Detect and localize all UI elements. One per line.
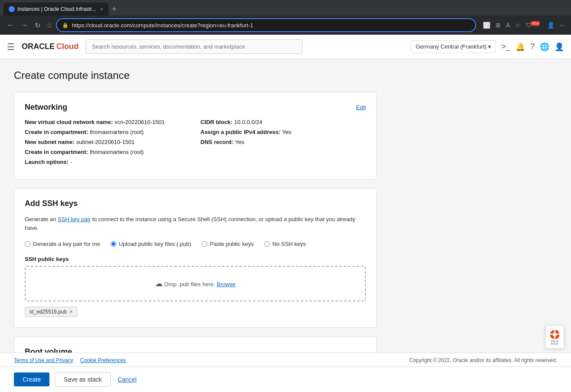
radio-nossh-label: No SSH keys bbox=[272, 241, 306, 247]
oracle-logo: ORACLE Cloud bbox=[22, 42, 79, 51]
header-right: Germany Central (Frankfurt) ▾ >_ 🔔 ? 🌐 👤 bbox=[411, 40, 564, 53]
compartment2-label: Create in compartment: bbox=[25, 149, 88, 155]
refresh-btn[interactable]: ↻ bbox=[32, 20, 43, 31]
footer-links: Terms of Use and Privacy Cookie Preferen… bbox=[14, 357, 126, 363]
content-wrapper: Create compute instance Networking Edit … bbox=[0, 59, 571, 369]
globe-icon[interactable]: 🌐 bbox=[540, 42, 549, 52]
compartment-value: thomasmartens (root) bbox=[90, 129, 144, 135]
ipv4-label: Assign a public IPv4 address: bbox=[200, 129, 280, 135]
networking-edit-link[interactable]: Edit bbox=[356, 104, 366, 111]
chevron-down-icon: ▾ bbox=[488, 43, 491, 50]
cidr-value: 10.0.0.0/24 bbox=[234, 119, 263, 125]
file-drop-zone[interactable]: ☁ Drop .pub files here. Browse bbox=[25, 266, 366, 301]
radio-upload[interactable]: Upload public key files (.pub) bbox=[111, 241, 191, 247]
ssh-key-pair-link[interactable]: SSH key pair bbox=[58, 216, 91, 222]
region-selector[interactable]: Germany Central (Frankfurt) ▾ bbox=[411, 40, 496, 53]
ipv4-row: Assign a public IPv4 address: Yes bbox=[200, 129, 366, 135]
radio-generate-input[interactable] bbox=[25, 241, 30, 247]
url-text: https://cloud.oracle.com/compute/instanc… bbox=[72, 22, 470, 29]
file-tag-name: id_ed25519.pub bbox=[30, 309, 67, 315]
address-bar[interactable]: 🔒 https://cloud.oracle.com/compute/insta… bbox=[56, 18, 476, 32]
ipv4-value: Yes bbox=[282, 129, 291, 135]
cidr-row: CIDR block: 10.0.0.0/24 bbox=[200, 119, 366, 125]
terms-link[interactable]: Terms of Use and Privacy bbox=[14, 357, 73, 363]
compartment-label: Create in compartment: bbox=[25, 129, 88, 135]
vcn-label: New virtual cloud network name: bbox=[25, 119, 113, 125]
ext-badge-icon[interactable]: 🛡454 bbox=[524, 20, 544, 30]
notification-icon[interactable]: 🔔 bbox=[515, 42, 525, 52]
networking-card-header: Networking Edit bbox=[25, 103, 366, 112]
radio-nossh[interactable]: No SSH keys bbox=[264, 241, 306, 247]
help-widget[interactable]: 🛟 bbox=[545, 325, 564, 349]
launch-value: - bbox=[70, 159, 72, 165]
main-content: Create compute instance Networking Edit … bbox=[0, 59, 391, 369]
radio-upload-label: Upload public key files (.pub) bbox=[119, 241, 191, 247]
networking-title: Networking bbox=[25, 103, 67, 112]
help-widget-icon: 🛟 bbox=[549, 329, 560, 340]
networking-card: Networking Edit New virtual cloud networ… bbox=[14, 92, 377, 180]
radio-nossh-input[interactable] bbox=[264, 241, 270, 247]
help-widget-dots bbox=[551, 340, 559, 345]
star-icon[interactable]: ☆ bbox=[513, 20, 522, 30]
drop-text: ☁ Drop .pub files here. Browse bbox=[155, 281, 236, 287]
active-tab[interactable]: Instances | Oracle Cloud Infrastr... × bbox=[3, 3, 108, 16]
radio-generate[interactable]: Generate a key pair for me bbox=[25, 241, 100, 247]
cloud-text: Cloud bbox=[56, 42, 79, 51]
cidr-label: CIDR block: bbox=[200, 119, 233, 125]
search-input[interactable] bbox=[85, 39, 302, 54]
compartment2-row: Create in compartment: thomasmartens (ro… bbox=[25, 149, 190, 155]
search-bar[interactable] bbox=[85, 39, 302, 54]
more-icon[interactable]: ··· bbox=[558, 20, 567, 30]
home-btn[interactable]: ⌂ bbox=[45, 20, 54, 31]
region-label: Germany Central (Frankfurt) bbox=[416, 43, 486, 50]
launch-label: Launch options: bbox=[25, 159, 69, 165]
help-icon[interactable]: ? bbox=[530, 42, 535, 51]
vcn-row: New virtual cloud network name: vcn-2022… bbox=[25, 119, 190, 125]
compartment2-value: thomasmartens (root) bbox=[90, 149, 144, 155]
ssh-keys-label: SSH public keys bbox=[25, 256, 366, 262]
page-title: Create compute instance bbox=[14, 69, 377, 82]
new-tab-btn[interactable]: + bbox=[112, 5, 117, 14]
dns-row: DNS record: Yes bbox=[200, 139, 366, 145]
networking-details: New virtual cloud network name: vcn-2022… bbox=[25, 119, 366, 169]
radio-upload-input[interactable] bbox=[111, 241, 116, 247]
ssh-radio-options: Generate a key pair for me Upload public… bbox=[25, 241, 366, 247]
tab-favicon bbox=[9, 6, 15, 12]
user-avatar[interactable]: 👤 bbox=[555, 42, 564, 52]
page-footer: Terms of Use and Privacy Cookie Preferen… bbox=[0, 353, 571, 368]
dns-label: DNS record: bbox=[200, 139, 233, 145]
subnet-row: New subnet name: subnet-20220610-1501 bbox=[25, 139, 190, 145]
footer-bar: Create Save as stack Cancel bbox=[0, 366, 571, 369]
file-tag: id_ed25519.pub × bbox=[25, 307, 77, 317]
radio-paste-label: Paste public keys bbox=[210, 241, 254, 247]
ssh-card-header: Add SSH keys bbox=[25, 199, 366, 208]
ssh-card: Add SSH keys Generate an SSH key pair to… bbox=[14, 188, 377, 328]
cookie-link[interactable]: Cookie Preferences bbox=[80, 357, 126, 363]
dns-value: Yes bbox=[235, 139, 244, 145]
subnet-value: subnet-20220610-1501 bbox=[76, 139, 135, 145]
hamburger-menu[interactable]: ☰ bbox=[7, 42, 15, 52]
tab-title: Instances | Oracle Cloud Infrastr... bbox=[17, 6, 96, 12]
cloud-shell-icon[interactable]: >_ bbox=[501, 42, 510, 51]
file-tag-remove-btn[interactable]: × bbox=[69, 309, 72, 315]
vcn-value: vcn-20220610-1501 bbox=[115, 119, 165, 125]
compartment-row: Create in compartment: thomasmartens (ro… bbox=[25, 129, 190, 135]
back-btn[interactable]: ← bbox=[4, 20, 16, 31]
cast-icon[interactable]: ⬜ bbox=[481, 20, 492, 30]
profile-icon[interactable]: 👤 bbox=[545, 20, 556, 30]
subnet-label: New subnet name: bbox=[25, 139, 75, 145]
app-header: ☰ ORACLE Cloud Germany Central (Frankfur… bbox=[0, 35, 571, 59]
grid-icon[interactable]: ⊞ bbox=[494, 20, 502, 30]
radio-paste[interactable]: Paste public keys bbox=[202, 241, 254, 247]
tab-close-btn[interactable]: × bbox=[100, 7, 103, 12]
copyright-text: Copyright © 2022, Oracle and/or its affi… bbox=[409, 357, 557, 363]
oracle-text: ORACLE bbox=[22, 42, 55, 51]
font-icon[interactable]: A bbox=[504, 20, 512, 30]
launch-row: Launch options: - bbox=[25, 159, 190, 165]
ssh-title: Add SSH keys bbox=[25, 199, 78, 208]
radio-generate-label: Generate a key pair for me bbox=[33, 241, 100, 247]
browse-link[interactable]: Browse bbox=[217, 281, 235, 287]
radio-paste-input[interactable] bbox=[202, 241, 207, 247]
ssh-description: Generate an SSH key pair to connect to t… bbox=[25, 215, 366, 232]
forward-btn[interactable]: → bbox=[18, 20, 30, 31]
